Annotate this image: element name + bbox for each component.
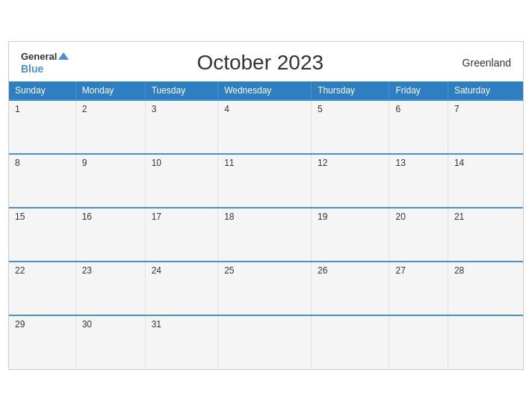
- col-saturday: Saturday: [448, 81, 523, 100]
- calendar-day-cell: 26: [312, 262, 389, 315]
- calendar-header: General Blue October 2023 Greenland: [9, 42, 523, 81]
- calendar-day-cell: 22: [9, 262, 75, 315]
- calendar-day-cell: 2: [75, 100, 145, 154]
- calendar-day-cell: 6: [389, 100, 448, 154]
- col-friday: Friday: [389, 81, 448, 100]
- calendar-title: October 2023: [69, 51, 451, 75]
- calendar-day-cell: [218, 315, 312, 369]
- calendar-day-cell: 20: [389, 208, 448, 262]
- day-number: 27: [395, 265, 405, 276]
- day-number: 29: [15, 319, 25, 330]
- calendar-day-cell: 16: [75, 208, 145, 262]
- calendar-day-cell: 31: [145, 315, 218, 369]
- calendar-day-cell: 12: [312, 154, 389, 208]
- calendar-region: Greenland: [451, 57, 511, 69]
- day-number: 25: [224, 265, 234, 276]
- calendar-day-cell: 8: [9, 154, 75, 208]
- day-number: 4: [224, 104, 229, 114]
- day-number: 1: [15, 104, 20, 114]
- calendar-day-cell: 18: [218, 208, 312, 262]
- calendar-day-cell: 5: [312, 100, 389, 154]
- calendar-day-cell: 7: [448, 100, 523, 154]
- day-number: 3: [152, 104, 157, 114]
- day-number: 16: [82, 211, 92, 222]
- calendar-day-cell: 19: [312, 208, 389, 262]
- day-number: 19: [318, 211, 327, 222]
- calendar-week-row: 15161718192021: [9, 208, 523, 262]
- day-number: 15: [15, 211, 25, 222]
- day-number: 6: [395, 104, 400, 114]
- day-number: 22: [15, 265, 25, 276]
- calendar-day-cell: 15: [9, 208, 75, 262]
- logo-triangle-icon: [58, 52, 69, 60]
- day-number: 7: [454, 104, 460, 114]
- day-number: 18: [224, 211, 234, 222]
- logo-blue-text: Blue: [21, 63, 69, 75]
- col-sunday: Sunday: [9, 81, 75, 100]
- calendar-day-cell: 1: [9, 100, 75, 154]
- col-thursday: Thursday: [312, 81, 389, 100]
- calendar-day-cell: 10: [145, 154, 218, 208]
- calendar-day-cell: [448, 315, 523, 369]
- calendar-week-row: 1234567: [9, 100, 523, 154]
- calendar-day-cell: 3: [145, 100, 218, 154]
- calendar-week-row: 891011121314: [9, 154, 523, 208]
- calendar-day-cell: 17: [145, 208, 218, 262]
- day-number: 23: [82, 265, 92, 276]
- day-number: 2: [82, 104, 87, 114]
- calendar-header-row: Sunday Monday Tuesday Wednesday Thursday…: [9, 81, 523, 100]
- col-wednesday: Wednesday: [218, 81, 312, 100]
- logo: General Blue: [21, 51, 69, 75]
- calendar-day-cell: 11: [218, 154, 312, 208]
- calendar-day-cell: 14: [448, 154, 523, 208]
- day-number: 8: [15, 158, 20, 168]
- calendar-body: 1234567891011121314151617181920212223242…: [9, 100, 523, 369]
- calendar-grid: Sunday Monday Tuesday Wednesday Thursday…: [9, 81, 523, 369]
- day-number: 28: [454, 265, 464, 276]
- col-tuesday: Tuesday: [145, 81, 218, 100]
- day-number: 26: [318, 265, 327, 276]
- calendar-day-cell: 28: [448, 262, 523, 315]
- day-number: 12: [318, 158, 327, 168]
- calendar-day-cell: 24: [145, 262, 218, 315]
- col-monday: Monday: [75, 81, 145, 100]
- calendar-day-cell: [389, 315, 448, 369]
- calendar-container: General Blue October 2023 Greenland Sund…: [8, 41, 524, 369]
- calendar-day-cell: 30: [75, 315, 145, 369]
- day-number: 20: [395, 211, 405, 222]
- day-number: 14: [454, 158, 464, 168]
- calendar-day-cell: 25: [218, 262, 312, 315]
- calendar-day-cell: 4: [218, 100, 312, 154]
- day-number: 30: [82, 319, 92, 330]
- calendar-day-cell: 27: [389, 262, 448, 315]
- calendar-week-row: 293031: [9, 315, 523, 369]
- day-number: 9: [82, 158, 87, 168]
- calendar-day-cell: 23: [75, 262, 145, 315]
- calendar-day-cell: 21: [448, 208, 523, 262]
- day-number: 24: [152, 265, 161, 276]
- calendar-day-cell: 9: [75, 154, 145, 208]
- calendar-day-cell: 29: [9, 315, 75, 369]
- day-number: 10: [152, 158, 161, 168]
- day-number: 17: [152, 211, 161, 222]
- calendar-day-cell: [312, 315, 389, 369]
- day-number: 31: [152, 319, 161, 330]
- calendar-week-row: 22232425262728: [9, 262, 523, 315]
- calendar-day-cell: 13: [389, 154, 448, 208]
- day-number: 13: [395, 158, 405, 168]
- day-number: 11: [224, 158, 234, 168]
- logo-general-text: General: [21, 51, 69, 63]
- day-number: 5: [318, 104, 323, 114]
- day-number: 21: [454, 211, 464, 222]
